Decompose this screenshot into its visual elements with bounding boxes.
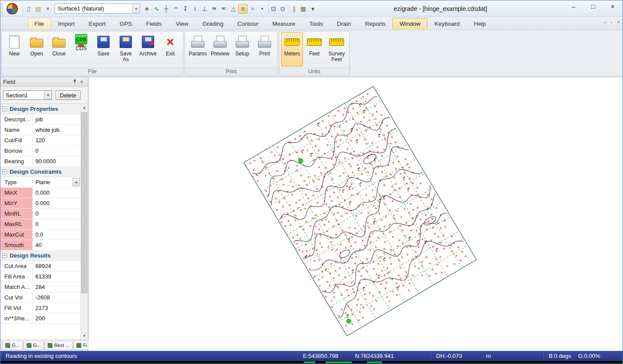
property-value[interactable]: 0.000 — [33, 198, 80, 208]
property-value[interactable]: -2608 — [33, 292, 80, 302]
preview-button[interactable]: Preview — [209, 32, 231, 66]
close-button[interactable]: Close — [48, 32, 70, 66]
property-value[interactable]: job — [33, 114, 80, 124]
tab-window[interactable]: Window — [392, 18, 427, 30]
mdi-close-button[interactable]: × — [617, 20, 620, 25]
tab-gps[interactable]: GPS — [113, 18, 139, 30]
tab-fields[interactable]: Fields — [139, 18, 169, 30]
property-value[interactable]: 61339 — [33, 271, 80, 282]
tab-view[interactable]: View — [169, 18, 196, 30]
tab-keyboard[interactable]: Keyboard — [427, 18, 467, 30]
tab-grading[interactable]: Grading — [196, 18, 231, 30]
more-commands-icon[interactable]: ▾ — [308, 4, 317, 14]
app-menu-button[interactable] — [2, 1, 22, 16]
open-folder-icon[interactable]: ▤ — [34, 4, 43, 14]
new-document-icon[interactable]: ▯ — [24, 4, 33, 14]
draw-points-icon[interactable]: ∗ — [142, 4, 151, 14]
slope-triangle-icon[interactable]: △ — [229, 4, 238, 14]
interpolate-down-icon[interactable]: ↧ — [181, 4, 190, 14]
estimate-icon[interactable]: ▦ — [299, 4, 308, 14]
save-button[interactable]: Save — [93, 32, 114, 66]
zoom-icon[interactable]: ⊙ — [278, 4, 287, 14]
exit-button[interactable]: ×Exit — [159, 32, 181, 66]
zoom-extents-icon[interactable]: ⊡ — [268, 4, 278, 14]
section-header-design-constraints[interactable]: Design Constraints — [0, 167, 80, 177]
property-value[interactable]: 200 — [33, 313, 80, 323]
property-grid-scrollbar[interactable]: ▲ ▼ — [80, 104, 88, 340]
params-button[interactable]: Params — [187, 32, 209, 66]
mdi-minimize-button[interactable]: – — [603, 20, 606, 25]
print-button[interactable]: Print — [254, 32, 275, 66]
station-labels-icon[interactable]: 58 — [210, 4, 219, 14]
property-value[interactable]: 0 — [33, 219, 80, 229]
tab-reports[interactable]: Reports — [358, 18, 392, 30]
chevron-down-icon[interactable]: ▾ — [72, 178, 80, 186]
property-value[interactable]: 0 — [33, 146, 80, 156]
minimize-button[interactable]: – — [564, 0, 583, 12]
collapse-icon[interactable] — [2, 169, 7, 174]
panel-tab-2[interactable]: G... — [24, 341, 44, 350]
property-value[interactable]: 284 — [33, 282, 80, 292]
property-value[interactable]: 2173 — [33, 303, 80, 313]
property-value[interactable]: whole job — [33, 125, 80, 135]
save-as-button[interactable]: Save As — [115, 32, 137, 66]
cds-button[interactable]: CDSCDS — [70, 32, 92, 66]
property-value[interactable]: 68924 — [33, 261, 80, 271]
drop-to-surface-icon[interactable]: ⊥ — [200, 4, 209, 14]
property-value[interactable]: 90.0000 — [33, 156, 80, 166]
tab-import[interactable]: Import — [51, 18, 82, 30]
pens-icon[interactable]: ∥ — [289, 4, 298, 14]
section-header-design-results[interactable]: Design Results — [0, 251, 80, 261]
section-header-design-properties[interactable]: Design Properties — [0, 104, 80, 114]
panel-tab-3[interactable]: Best ... — [45, 341, 72, 350]
delete-button[interactable]: Delete — [55, 90, 81, 100]
station-labels-2-icon[interactable]: 5C — [219, 4, 228, 14]
property-value[interactable]: 0 — [33, 209, 80, 219]
property-value[interactable]: 0.000 — [33, 188, 80, 198]
close-file-icon[interactable]: × — [43, 4, 52, 14]
smooth-waves-icon[interactable]: ≈ — [248, 4, 257, 14]
scroll-down-icon[interactable]: ▼ — [81, 332, 88, 340]
section-selector[interactable]: Section1 ▾ — [3, 90, 52, 100]
property-value[interactable]: 40 — [33, 240, 80, 250]
property-value[interactable]: 120 — [33, 135, 80, 145]
tab-help[interactable]: Help — [467, 18, 493, 30]
scroll-up-icon[interactable]: ▲ — [81, 104, 88, 111]
chevron-down-icon[interactable]: ▾ — [132, 4, 140, 13]
tab-measure[interactable]: Measure — [265, 18, 303, 30]
maximize-button[interactable]: □ — [583, 0, 603, 12]
add-grid-points-icon[interactable]: ┼ — [162, 4, 171, 14]
tab-drain[interactable]: Drain — [330, 18, 358, 30]
tab-file[interactable]: File — [28, 18, 51, 30]
property-value[interactable]: 0.0 — [33, 230, 80, 240]
new-button[interactable]: New — [3, 32, 25, 66]
numbered-points-icon[interactable]: ¹²³ — [171, 4, 180, 14]
drawing-canvas[interactable] — [89, 77, 623, 351]
open-button[interactable]: Open — [26, 32, 48, 66]
property-value[interactable]: Plane▾ — [33, 177, 80, 187]
survey-feet-button[interactable]: Survey Feet — [326, 32, 348, 66]
property-label: MaxRL — [0, 219, 33, 229]
feet-button[interactable]: Feet — [303, 32, 325, 66]
panel-tab-1[interactable]: G... — [2, 341, 23, 350]
water-drop-icon[interactable]: ● — [258, 4, 267, 14]
close-panel-icon[interactable]: × — [78, 79, 85, 85]
tab-export[interactable]: Export — [82, 18, 113, 30]
scrollbar-thumb[interactable] — [81, 112, 87, 293]
archive-button[interactable]: Archive — [137, 32, 159, 66]
profile-icon[interactable]: ∿ — [152, 4, 161, 14]
meters-button[interactable]: Meters — [281, 32, 303, 66]
chevron-down-icon[interactable]: ▾ — [44, 91, 52, 100]
collapse-icon[interactable] — [2, 106, 7, 111]
raise-lower-icon[interactable]: ↕ — [190, 4, 200, 14]
collapse-icon[interactable] — [2, 253, 7, 258]
pin-icon[interactable] — [71, 79, 78, 85]
mdi-restore-button[interactable]: ▫ — [611, 20, 613, 25]
tab-tools[interactable]: Tools — [302, 18, 330, 30]
tab-contour[interactable]: Contour — [231, 18, 265, 30]
close-button[interactable]: × — [603, 0, 623, 12]
surface-selector[interactable]: Surface1 (Natural) ▾ — [55, 3, 140, 14]
setup-button[interactable]: Setup — [231, 32, 253, 66]
scrollbar-track[interactable] — [81, 111, 88, 332]
contour-lines-icon[interactable]: ≋ — [238, 4, 248, 14]
